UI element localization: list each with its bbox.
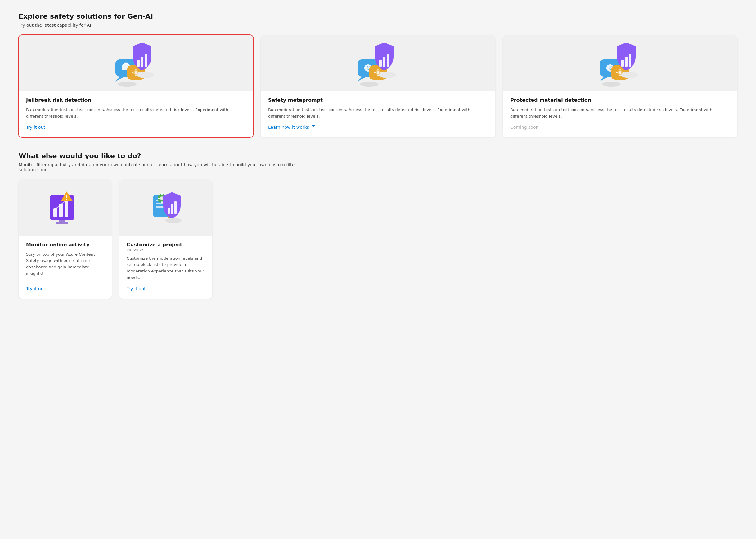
svg-rect-24 [377, 75, 379, 76]
card-customize[interactable]: Customize a project PREVIEW Customize th… [119, 180, 212, 298]
card-monitor-link[interactable]: Try it out [26, 286, 104, 291]
card-monitor-title: Monitor online activity [26, 242, 104, 248]
card-customize-body: Customize a project PREVIEW Customize th… [119, 236, 212, 298]
card-customize-desc: Customize the moderation levels and set … [127, 255, 205, 281]
card-monitor[interactable]: Monitor online activity Stay on top of y… [19, 180, 112, 298]
svg-rect-39 [620, 69, 621, 70]
svg-rect-7 [135, 69, 136, 70]
svg-point-22 [377, 71, 379, 74]
svg-rect-55 [56, 222, 68, 224]
card-protected-material-body: Protected material detection Run moderat… [503, 91, 737, 137]
section1-cards: Jailbreak risk detection Run moderation … [19, 35, 737, 137]
card-customize-title: Customize a project [127, 242, 205, 248]
svg-rect-8 [135, 75, 136, 76]
svg-rect-44 [625, 57, 628, 67]
card-jailbreak-desc: Run moderation tests on text contents. A… [26, 107, 246, 120]
svg-marker-17 [357, 77, 366, 82]
svg-rect-54 [59, 220, 65, 222]
svg-point-14 [136, 72, 154, 78]
svg-rect-13 [145, 54, 147, 67]
section2-title: What else would you like to do? [19, 152, 737, 160]
card-monitor-desc: Stay on top of your Azure Content Safety… [26, 251, 104, 281]
learn-link-label: Learn how it works [268, 125, 309, 130]
svg-rect-66 [168, 207, 170, 214]
svg-rect-27 [379, 60, 382, 67]
external-link-icon [312, 125, 315, 129]
svg-point-30 [379, 72, 396, 78]
card-safety-metaprompt-title: Safety metaprompt [268, 97, 488, 103]
card-monitor-image [19, 180, 112, 236]
section1-title: Explore safety solutions for Gen-AI [19, 12, 737, 20]
svg-rect-52 [66, 194, 67, 198]
svg-rect-42 [616, 72, 618, 73]
card-customize-image [119, 180, 212, 236]
svg-point-46 [621, 72, 638, 78]
card-safety-metaprompt-body: Safety metaprompt Run moderation tests o… [261, 91, 495, 137]
card-protected-material-title: Protected material detection [510, 97, 730, 103]
card-jailbreak-title: Jailbreak risk detection [26, 97, 246, 103]
svg-point-53 [66, 199, 67, 200]
svg-rect-67 [171, 204, 173, 214]
svg-rect-63 [161, 201, 163, 203]
card-jailbreak-body: Jailbreak risk detection Run moderation … [19, 91, 253, 137]
svg-rect-11 [137, 60, 140, 67]
svg-point-31 [602, 82, 621, 87]
svg-rect-28 [383, 57, 385, 67]
section2-subtitle: Monitor filtering activity and data on y… [19, 162, 298, 172]
card-safety-metaprompt-image: © [261, 35, 495, 91]
svg-point-0 [118, 82, 136, 87]
card-jailbreak[interactable]: Jailbreak risk detection Run moderation … [19, 35, 253, 137]
svg-rect-12 [141, 57, 143, 67]
svg-rect-40 [620, 75, 621, 76]
svg-rect-45 [629, 54, 631, 67]
card-jailbreak-link[interactable]: Try it out [26, 125, 246, 130]
section1-subtitle: Try out the latest capability for AI [19, 23, 737, 28]
svg-point-38 [619, 71, 621, 74]
svg-rect-50 [65, 199, 68, 217]
svg-rect-23 [377, 69, 379, 70]
svg-point-15 [360, 82, 379, 87]
card-protected-material-image: © [503, 35, 737, 91]
svg-rect-29 [387, 54, 389, 67]
svg-rect-26 [374, 72, 376, 73]
card-customize-badge: PREVIEW [127, 248, 205, 252]
section2-cards: Monitor online activity Stay on top of y… [19, 180, 217, 298]
card-protected-material[interactable]: © Protected material detection Run moder… [503, 35, 737, 137]
svg-point-69 [165, 218, 182, 223]
svg-rect-64 [158, 198, 160, 199]
svg-rect-43 [621, 60, 624, 67]
svg-point-6 [135, 71, 137, 74]
card-customize-link[interactable]: Try it out [127, 286, 205, 291]
svg-marker-2 [115, 77, 124, 82]
card-safety-metaprompt-link[interactable]: Learn how it works [268, 125, 488, 130]
card-protected-material-link: Coming soon [510, 125, 730, 130]
card-monitor-body: Monitor online activity Stay on top of y… [19, 236, 112, 298]
svg-rect-62 [161, 193, 163, 195]
card-protected-material-desc: Run moderation tests on text contents. A… [510, 107, 730, 120]
svg-rect-10 [132, 72, 133, 73]
svg-marker-33 [600, 77, 608, 82]
card-safety-metaprompt-desc: Run moderation tests on text contents. A… [268, 107, 488, 120]
card-safety-metaprompt[interactable]: © Safety metaprompt Run moderation tests… [261, 35, 495, 137]
svg-rect-58 [156, 203, 165, 204]
svg-rect-68 [175, 201, 177, 214]
card-jailbreak-image [19, 35, 253, 91]
